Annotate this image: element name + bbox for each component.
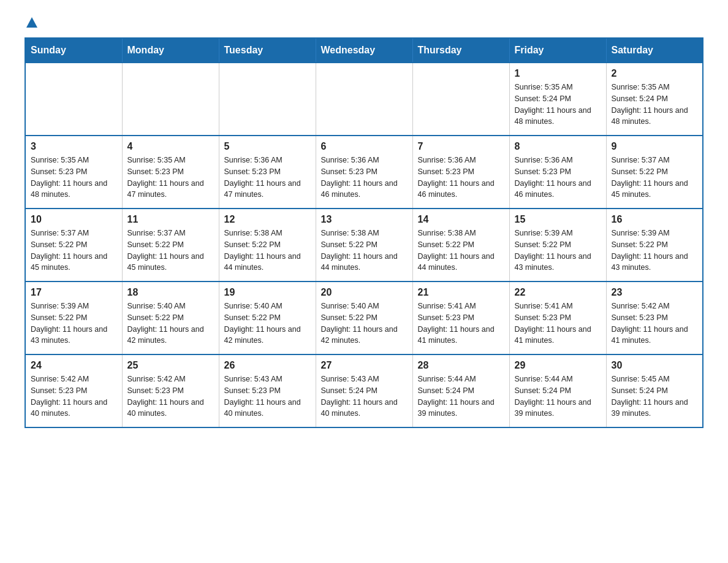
day-number: 29: [515, 360, 601, 371]
calendar-cell: 7Sunrise: 5:36 AMSunset: 5:23 PMDaylight…: [412, 136, 509, 209]
calendar-cell: 6Sunrise: 5:36 AMSunset: 5:23 PMDaylight…: [316, 136, 412, 209]
day-number: 2: [612, 68, 698, 79]
day-info: Sunrise: 5:38 AMSunset: 5:22 PMDaylight:…: [224, 228, 311, 274]
day-number: 13: [321, 214, 408, 225]
calendar-cell: 27Sunrise: 5:43 AMSunset: 5:24 PMDayligh…: [316, 354, 412, 427]
calendar-cell: 9Sunrise: 5:37 AMSunset: 5:22 PMDaylight…: [606, 136, 703, 209]
header-friday: Friday: [509, 38, 606, 63]
calendar-cell: [412, 63, 509, 136]
day-number: 24: [31, 360, 117, 371]
calendar-cell: [25, 63, 122, 136]
day-number: 12: [224, 214, 311, 225]
header-saturday: Saturday: [606, 38, 703, 63]
calendar-cell: 22Sunrise: 5:41 AMSunset: 5:23 PMDayligh…: [509, 282, 606, 354]
week-row-4: 17Sunrise: 5:39 AMSunset: 5:22 PMDayligh…: [25, 282, 703, 354]
day-info: Sunrise: 5:40 AMSunset: 5:22 PMDaylight:…: [224, 301, 311, 347]
day-number: 1: [515, 68, 601, 79]
page-header: [25, 18, 703, 26]
day-info: Sunrise: 5:35 AMSunset: 5:24 PMDaylight:…: [515, 82, 601, 128]
calendar-header: SundayMondayTuesdayWednesdayThursdayFrid…: [25, 38, 703, 63]
day-info: Sunrise: 5:44 AMSunset: 5:24 PMDaylight:…: [418, 373, 504, 419]
day-number: 28: [418, 360, 504, 371]
header-tuesday: Tuesday: [219, 38, 316, 63]
calendar-cell: 26Sunrise: 5:43 AMSunset: 5:23 PMDayligh…: [219, 354, 316, 427]
day-number: 21: [418, 287, 504, 298]
day-info: Sunrise: 5:36 AMSunset: 5:23 PMDaylight:…: [418, 155, 504, 201]
day-info: Sunrise: 5:37 AMSunset: 5:22 PMDaylight:…: [31, 228, 117, 274]
calendar-cell: 8Sunrise: 5:36 AMSunset: 5:23 PMDaylight…: [509, 136, 606, 209]
calendar-cell: 17Sunrise: 5:39 AMSunset: 5:22 PMDayligh…: [25, 282, 122, 354]
calendar-cell: 20Sunrise: 5:40 AMSunset: 5:22 PMDayligh…: [316, 282, 412, 354]
day-number: 10: [31, 214, 117, 225]
header-sunday: Sunday: [25, 38, 122, 63]
week-row-5: 24Sunrise: 5:42 AMSunset: 5:23 PMDayligh…: [25, 354, 703, 427]
week-row-2: 3Sunrise: 5:35 AMSunset: 5:23 PMDaylight…: [25, 136, 703, 209]
day-info: Sunrise: 5:36 AMSunset: 5:23 PMDaylight:…: [224, 155, 311, 201]
day-info: Sunrise: 5:45 AMSunset: 5:24 PMDaylight:…: [612, 373, 698, 419]
day-number: 4: [127, 141, 214, 152]
day-info: Sunrise: 5:37 AMSunset: 5:22 PMDaylight:…: [612, 155, 698, 201]
day-info: Sunrise: 5:43 AMSunset: 5:23 PMDaylight:…: [224, 373, 311, 419]
calendar-cell: 29Sunrise: 5:44 AMSunset: 5:24 PMDayligh…: [509, 354, 606, 427]
day-number: 19: [224, 287, 311, 298]
day-number: 8: [515, 141, 601, 152]
calendar-cell: 1Sunrise: 5:35 AMSunset: 5:24 PMDaylight…: [509, 63, 606, 136]
calendar-table: SundayMondayTuesdayWednesdayThursdayFrid…: [25, 37, 703, 428]
day-info: Sunrise: 5:40 AMSunset: 5:22 PMDaylight:…: [321, 301, 408, 347]
day-number: 15: [515, 214, 601, 225]
week-row-1: 1Sunrise: 5:35 AMSunset: 5:24 PMDaylight…: [25, 63, 703, 136]
day-info: Sunrise: 5:36 AMSunset: 5:23 PMDaylight:…: [321, 155, 408, 201]
calendar-cell: 11Sunrise: 5:37 AMSunset: 5:22 PMDayligh…: [122, 209, 219, 282]
calendar-cell: 28Sunrise: 5:44 AMSunset: 5:24 PMDayligh…: [412, 354, 509, 427]
calendar-cell: 10Sunrise: 5:37 AMSunset: 5:22 PMDayligh…: [25, 209, 122, 282]
day-info: Sunrise: 5:38 AMSunset: 5:22 PMDaylight:…: [418, 228, 504, 274]
day-number: 7: [418, 141, 504, 152]
logo-name: [25, 18, 37, 29]
day-number: 6: [321, 141, 408, 152]
day-number: 14: [418, 214, 504, 225]
week-row-3: 10Sunrise: 5:37 AMSunset: 5:22 PMDayligh…: [25, 209, 703, 282]
day-number: 18: [127, 287, 214, 298]
calendar-cell: 14Sunrise: 5:38 AMSunset: 5:22 PMDayligh…: [412, 209, 509, 282]
header-row: SundayMondayTuesdayWednesdayThursdayFrid…: [25, 38, 703, 63]
day-info: Sunrise: 5:35 AMSunset: 5:23 PMDaylight:…: [31, 155, 117, 201]
day-number: 17: [31, 287, 117, 298]
day-info: Sunrise: 5:44 AMSunset: 5:24 PMDaylight:…: [515, 373, 601, 419]
day-number: 30: [612, 360, 698, 371]
calendar-cell: [122, 63, 219, 136]
day-number: 26: [224, 360, 311, 371]
day-number: 16: [612, 214, 698, 225]
day-info: Sunrise: 5:39 AMSunset: 5:22 PMDaylight:…: [515, 228, 601, 274]
calendar-cell: 21Sunrise: 5:41 AMSunset: 5:23 PMDayligh…: [412, 282, 509, 354]
day-info: Sunrise: 5:38 AMSunset: 5:22 PMDaylight:…: [321, 228, 408, 274]
calendar-cell: 15Sunrise: 5:39 AMSunset: 5:22 PMDayligh…: [509, 209, 606, 282]
day-info: Sunrise: 5:35 AMSunset: 5:24 PMDaylight:…: [612, 82, 698, 128]
day-number: 22: [515, 287, 601, 298]
day-info: Sunrise: 5:39 AMSunset: 5:22 PMDaylight:…: [31, 301, 117, 347]
day-number: 11: [127, 214, 214, 225]
calendar-cell: 19Sunrise: 5:40 AMSunset: 5:22 PMDayligh…: [219, 282, 316, 354]
day-info: Sunrise: 5:35 AMSunset: 5:23 PMDaylight:…: [127, 155, 214, 201]
day-number: 5: [224, 141, 311, 152]
calendar-cell: 23Sunrise: 5:42 AMSunset: 5:23 PMDayligh…: [606, 282, 703, 354]
day-info: Sunrise: 5:42 AMSunset: 5:23 PMDaylight:…: [612, 301, 698, 347]
day-number: 20: [321, 287, 408, 298]
calendar-cell: 5Sunrise: 5:36 AMSunset: 5:23 PMDaylight…: [219, 136, 316, 209]
calendar-cell: 3Sunrise: 5:35 AMSunset: 5:23 PMDaylight…: [25, 136, 122, 209]
calendar-cell: 25Sunrise: 5:42 AMSunset: 5:23 PMDayligh…: [122, 354, 219, 427]
header-thursday: Thursday: [412, 38, 509, 63]
day-number: 23: [612, 287, 698, 298]
day-info: Sunrise: 5:37 AMSunset: 5:22 PMDaylight:…: [127, 228, 214, 274]
calendar-cell: 24Sunrise: 5:42 AMSunset: 5:23 PMDayligh…: [25, 354, 122, 427]
calendar-cell: 18Sunrise: 5:40 AMSunset: 5:22 PMDayligh…: [122, 282, 219, 354]
day-info: Sunrise: 5:39 AMSunset: 5:22 PMDaylight:…: [612, 228, 698, 274]
day-info: Sunrise: 5:42 AMSunset: 5:23 PMDaylight:…: [127, 373, 214, 419]
day-info: Sunrise: 5:41 AMSunset: 5:23 PMDaylight:…: [418, 301, 504, 347]
calendar-cell: [219, 63, 316, 136]
header-wednesday: Wednesday: [316, 38, 412, 63]
calendar-cell: 13Sunrise: 5:38 AMSunset: 5:22 PMDayligh…: [316, 209, 412, 282]
day-info: Sunrise: 5:41 AMSunset: 5:23 PMDaylight:…: [515, 301, 601, 347]
day-number: 25: [127, 360, 214, 371]
calendar-cell: 30Sunrise: 5:45 AMSunset: 5:24 PMDayligh…: [606, 354, 703, 427]
calendar-cell: 4Sunrise: 5:35 AMSunset: 5:23 PMDaylight…: [122, 136, 219, 209]
